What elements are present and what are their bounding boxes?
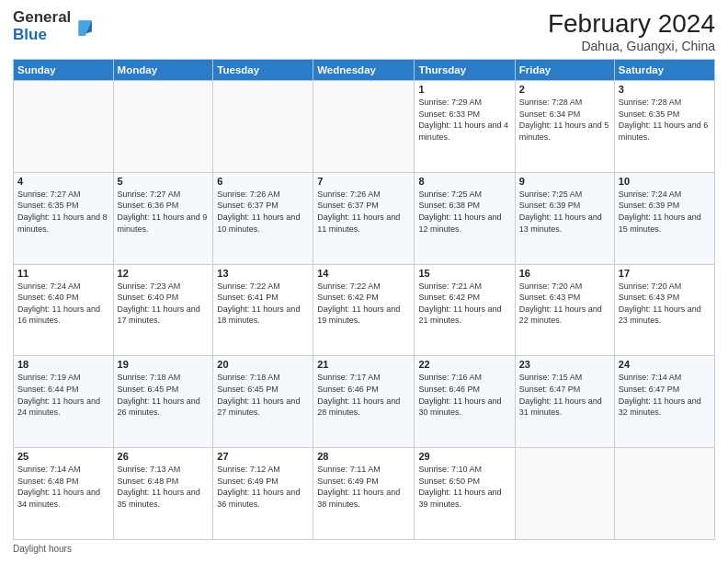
calendar-cell [14,81,114,173]
day-number: 18 [17,359,109,370]
week-row-3: 18Sunrise: 7:19 AM Sunset: 6:44 PM Dayli… [14,356,715,448]
logo: General Blue [13,9,93,43]
day-info: Sunrise: 7:28 AM Sunset: 6:35 PM Dayligh… [619,97,711,143]
day-number: 14 [317,268,410,279]
day-info: Sunrise: 7:22 AM Sunset: 6:42 PM Dayligh… [317,281,410,327]
day-number: 27 [217,451,309,462]
calendar-cell: 21Sunrise: 7:17 AM Sunset: 6:46 PM Dayli… [313,356,415,448]
calendar-cell: 24Sunrise: 7:14 AM Sunset: 6:47 PM Dayli… [614,356,714,448]
day-number: 15 [418,268,510,279]
day-info: Sunrise: 7:17 AM Sunset: 6:46 PM Dayligh… [317,372,410,418]
calendar-cell: 28Sunrise: 7:11 AM Sunset: 6:49 PM Dayli… [313,448,415,540]
calendar-cell: 4Sunrise: 7:27 AM Sunset: 6:35 PM Daylig… [14,172,114,264]
day-info: Sunrise: 7:18 AM Sunset: 6:45 PM Dayligh… [217,372,309,418]
day-info: Sunrise: 7:11 AM Sunset: 6:49 PM Dayligh… [317,464,410,510]
day-number: 9 [519,176,610,187]
weekday-thursday: Thursday [415,60,515,81]
day-info: Sunrise: 7:27 AM Sunset: 6:36 PM Dayligh… [118,189,210,235]
calendar-cell: 6Sunrise: 7:26 AM Sunset: 6:37 PM Daylig… [213,172,313,264]
day-info: Sunrise: 7:27 AM Sunset: 6:35 PM Dayligh… [17,189,109,235]
weekday-friday: Friday [515,60,614,81]
week-row-2: 11Sunrise: 7:24 AM Sunset: 6:40 PM Dayli… [14,264,715,356]
day-number: 4 [17,176,109,187]
calendar-cell [614,448,714,540]
day-number: 10 [619,176,711,187]
calendar-cell: 16Sunrise: 7:20 AM Sunset: 6:43 PM Dayli… [515,264,614,356]
day-number: 8 [418,176,510,187]
day-info: Sunrise: 7:18 AM Sunset: 6:45 PM Dayligh… [118,372,210,418]
calendar-cell: 27Sunrise: 7:12 AM Sunset: 6:49 PM Dayli… [213,448,313,540]
day-info: Sunrise: 7:25 AM Sunset: 6:38 PM Dayligh… [418,189,510,235]
day-number: 11 [17,268,109,279]
logo-icon [73,17,93,37]
day-info: Sunrise: 7:29 AM Sunset: 6:33 PM Dayligh… [418,97,510,143]
day-number: 20 [217,359,309,370]
calendar-cell: 22Sunrise: 7:16 AM Sunset: 6:46 PM Dayli… [415,356,515,448]
day-number: 28 [317,451,410,462]
calendar-cell: 1Sunrise: 7:29 AM Sunset: 6:33 PM Daylig… [415,81,515,173]
day-info: Sunrise: 7:23 AM Sunset: 6:40 PM Dayligh… [118,281,210,327]
weekday-monday: Monday [113,60,213,81]
calendar-cell: 15Sunrise: 7:21 AM Sunset: 6:42 PM Dayli… [415,264,515,356]
calendar-cell [313,81,415,173]
day-number: 22 [418,359,510,370]
calendar-cell: 2Sunrise: 7:28 AM Sunset: 6:34 PM Daylig… [515,81,614,173]
day-info: Sunrise: 7:28 AM Sunset: 6:34 PM Dayligh… [519,97,610,143]
weekday-header-row: SundayMondayTuesdayWednesdayThursdayFrid… [14,60,715,81]
week-row-1: 4Sunrise: 7:27 AM Sunset: 6:35 PM Daylig… [14,172,715,264]
day-info: Sunrise: 7:20 AM Sunset: 6:43 PM Dayligh… [619,281,711,327]
day-number: 19 [118,359,210,370]
day-info: Sunrise: 7:26 AM Sunset: 6:37 PM Dayligh… [317,189,410,235]
calendar-table: SundayMondayTuesdayWednesdayThursdayFrid… [13,59,715,540]
day-number: 16 [519,268,610,279]
calendar-cell: 23Sunrise: 7:15 AM Sunset: 6:47 PM Dayli… [515,356,614,448]
day-number: 21 [317,359,410,370]
day-info: Sunrise: 7:15 AM Sunset: 6:47 PM Dayligh… [519,372,610,418]
logo-general: General [13,9,71,27]
day-number: 7 [317,176,410,187]
day-info: Sunrise: 7:24 AM Sunset: 6:39 PM Dayligh… [619,189,711,235]
day-number: 5 [118,176,210,187]
day-info: Sunrise: 7:24 AM Sunset: 6:40 PM Dayligh… [17,281,109,327]
calendar-cell: 18Sunrise: 7:19 AM Sunset: 6:44 PM Dayli… [14,356,114,448]
day-info: Sunrise: 7:26 AM Sunset: 6:37 PM Dayligh… [217,189,309,235]
calendar-cell: 5Sunrise: 7:27 AM Sunset: 6:36 PM Daylig… [113,172,213,264]
day-number: 24 [619,359,711,370]
day-info: Sunrise: 7:12 AM Sunset: 6:49 PM Dayligh… [217,464,309,510]
weekday-sunday: Sunday [14,60,114,81]
day-number: 2 [519,84,610,95]
calendar-cell: 8Sunrise: 7:25 AM Sunset: 6:38 PM Daylig… [415,172,515,264]
calendar-cell [113,81,213,173]
day-info: Sunrise: 7:20 AM Sunset: 6:43 PM Dayligh… [519,281,610,327]
calendar-cell: 13Sunrise: 7:22 AM Sunset: 6:41 PM Dayli… [213,264,313,356]
calendar-cell: 17Sunrise: 7:20 AM Sunset: 6:43 PM Dayli… [614,264,714,356]
footer-note: Daylight hours [13,544,715,554]
day-number: 26 [118,451,210,462]
day-number: 3 [619,84,711,95]
day-number: 23 [519,359,610,370]
calendar-cell [213,81,313,173]
day-number: 13 [217,268,309,279]
calendar-cell: 25Sunrise: 7:14 AM Sunset: 6:48 PM Dayli… [14,448,114,540]
day-info: Sunrise: 7:14 AM Sunset: 6:48 PM Dayligh… [17,464,109,510]
day-info: Sunrise: 7:22 AM Sunset: 6:41 PM Dayligh… [217,281,309,327]
day-info: Sunrise: 7:13 AM Sunset: 6:48 PM Dayligh… [118,464,210,510]
weekday-tuesday: Tuesday [213,60,313,81]
week-row-0: 1Sunrise: 7:29 AM Sunset: 6:33 PM Daylig… [14,81,715,173]
calendar-cell [515,448,614,540]
calendar-cell: 9Sunrise: 7:25 AM Sunset: 6:39 PM Daylig… [515,172,614,264]
weekday-saturday: Saturday [614,60,714,81]
calendar-cell: 20Sunrise: 7:18 AM Sunset: 6:45 PM Dayli… [213,356,313,448]
header: General Blue February 2024 Dahua, Guangx… [13,9,715,53]
day-number: 25 [17,451,109,462]
calendar-cell: 14Sunrise: 7:22 AM Sunset: 6:42 PM Dayli… [313,264,415,356]
calendar-cell: 29Sunrise: 7:10 AM Sunset: 6:50 PM Dayli… [415,448,515,540]
day-number: 6 [217,176,309,187]
page: General Blue February 2024 Dahua, Guangx… [0,0,728,563]
day-info: Sunrise: 7:19 AM Sunset: 6:44 PM Dayligh… [17,372,109,418]
day-info: Sunrise: 7:25 AM Sunset: 6:39 PM Dayligh… [519,189,610,235]
day-number: 29 [418,451,510,462]
day-info: Sunrise: 7:10 AM Sunset: 6:50 PM Dayligh… [418,464,510,510]
location: Dahua, Guangxi, China [548,39,715,53]
day-number: 12 [118,268,210,279]
